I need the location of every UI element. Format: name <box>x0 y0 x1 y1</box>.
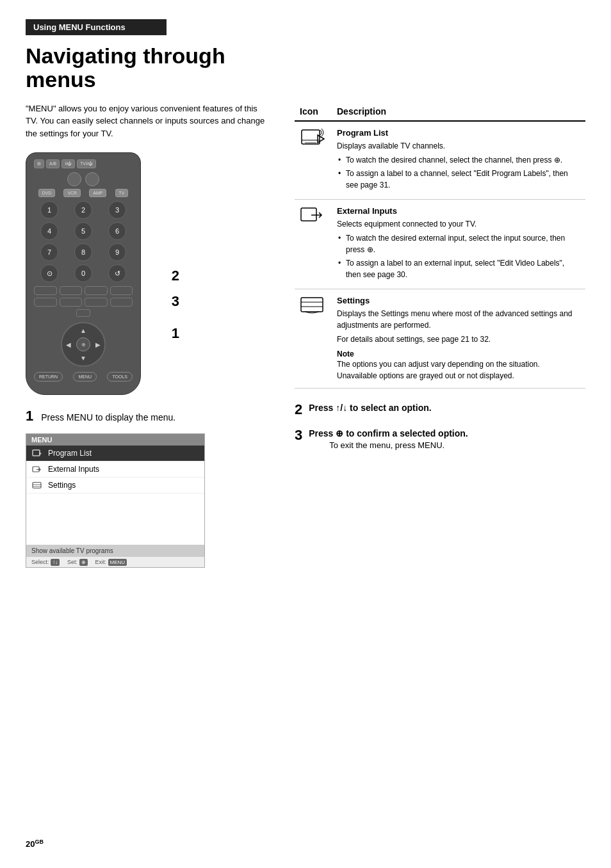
svg-rect-5 <box>302 130 320 144</box>
num-0[interactable]: 0 <box>74 264 92 282</box>
num-4[interactable]: 4 <box>40 222 58 240</box>
vcr-button[interactable]: VCR <box>63 189 81 197</box>
external-inputs-bullet-2: To assign a label to an external input, … <box>337 257 580 280</box>
source-buttons-row: DVD VCR AMP TV <box>34 189 133 197</box>
col-header-description: Description <box>332 102 585 121</box>
step2-block: 2 Press ↑/↓ to select an option. <box>295 401 585 418</box>
select-control: Select: ↑↓ <box>31 559 60 565</box>
external-inputs-menu-icon <box>31 465 43 474</box>
nav-left-arrow: ◀ <box>66 341 71 348</box>
wide-btn-d[interactable] <box>110 286 133 295</box>
intro-paragraph: "MENU" allows you to enjoy various conve… <box>26 102 269 140</box>
step3-number: 3 <box>295 427 302 444</box>
num-7[interactable]: 7 <box>40 243 58 261</box>
icon-description-table: Icon Description <box>295 102 585 389</box>
program-list-icon-cell <box>295 121 332 200</box>
menu-empty-space <box>26 494 204 526</box>
small-icon-btn[interactable] <box>76 309 90 317</box>
set-badge: ⊕ <box>79 559 88 566</box>
program-list-menu-icon <box>31 449 43 458</box>
page-number: 20GB <box>26 839 44 849</box>
set-control: Set: ⊕ <box>67 559 88 565</box>
settings-icon-cell <box>295 289 332 388</box>
num-8[interactable]: 8 <box>74 243 92 261</box>
main-layout: "MENU" allows you to enjoy various conve… <box>26 102 585 568</box>
num-rotate[interactable]: ↺ <box>108 264 126 282</box>
nav-pad[interactable]: ▲ ▼ ◀ ▶ ⊕ <box>61 322 106 367</box>
menu-item-program-list[interactable]: Program List <box>26 446 204 462</box>
wide-btn-c[interactable] <box>85 286 108 295</box>
power-icon: I/⏻ <box>61 159 75 168</box>
num-repeat[interactable]: ⊙ <box>40 264 58 282</box>
settings-desc2: For details about settings, see page 21 … <box>337 334 580 345</box>
nav-center-icon: ⊕ <box>81 342 86 348</box>
number-grid: 1 2 3 4 5 6 7 8 9 ⊙ 0 ↺ <box>34 201 133 282</box>
note-block: Note The options you can adjust vary dep… <box>337 349 580 382</box>
step3-content: Press ⊕ to confirm a selected option. To… <box>309 427 468 450</box>
num-6[interactable]: 6 <box>108 222 126 240</box>
wide-btn-h[interactable] <box>110 298 133 307</box>
note-text: The options you can adjust vary dependin… <box>337 360 540 380</box>
input-icon: ⊞ <box>34 159 44 168</box>
program-list-desc-cell: Program List Displays available TV chann… <box>332 121 585 200</box>
external-inputs-bullet-1: To watch the desired external input, sel… <box>337 232 580 255</box>
left-column: "MENU" allows you to enjoy various conve… <box>26 102 269 568</box>
exit-badge: MENU <box>108 559 127 566</box>
svg-rect-8 <box>301 208 316 221</box>
external-inputs-desc-cell: External Inputs Selects equipment connec… <box>332 199 585 289</box>
program-list-desc: Displays available TV channels. <box>337 140 580 152</box>
page-suffix: GB <box>35 839 44 845</box>
num-9[interactable]: 9 <box>108 243 126 261</box>
remote-top-row: ⊞ A/B I/⏻ TVI/⏻ <box>34 159 133 168</box>
section-header: Using MENU Functions <box>26 19 167 35</box>
bottom-buttons: RETURN MENU TOOLS <box>34 372 133 382</box>
menu-item-settings[interactable]: Settings <box>26 478 204 494</box>
step2-number: 2 <box>295 401 302 418</box>
menu-screenshot: MENU Program List External In <box>26 433 205 568</box>
remote-container: ⊞ A/B I/⏻ TVI/⏻ DVD VCR <box>26 152 141 395</box>
num-3[interactable]: 3 <box>108 201 126 219</box>
svg-rect-2 <box>33 482 41 488</box>
right-column: Icon Description <box>295 102 585 459</box>
step3-sub: To exit the menu, press MENU. <box>329 440 468 450</box>
menu-item-external-inputs[interactable]: External Inputs <box>26 462 204 478</box>
num-5[interactable]: 5 <box>74 222 92 240</box>
step1-instruction: 1 Press MENU to display the menu. <box>26 408 269 424</box>
table-row: Program List Displays available TV chann… <box>295 121 585 200</box>
program-list-icon <box>300 128 327 150</box>
wide-btn-f[interactable] <box>60 298 83 307</box>
nav-center-btn[interactable]: ⊕ <box>76 337 90 351</box>
num-2[interactable]: 2 <box>74 201 92 219</box>
external-inputs-title: External Inputs <box>337 206 580 216</box>
settings-title: Settings <box>337 296 580 305</box>
menu-button[interactable]: MENU <box>73 372 97 382</box>
bottom-steps: 2 Press ↑/↓ to select an option. 3 Press… <box>295 401 585 450</box>
nav-up-arrow: ▲ <box>80 327 86 334</box>
tv-button[interactable]: TV <box>115 189 129 197</box>
external-inputs-icon <box>300 206 327 224</box>
wide-btn-a[interactable] <box>34 286 57 295</box>
ab-icon: A/B <box>46 159 60 168</box>
external-inputs-desc: Selects equipment connected to your TV. <box>337 218 580 230</box>
tools-button[interactable]: TOOLS <box>107 372 133 382</box>
dvd-button[interactable]: DVD <box>38 189 56 197</box>
settings-label: Settings <box>48 481 76 490</box>
wide-btn-e[interactable] <box>34 298 57 307</box>
amp-button[interactable]: AMP <box>89 189 106 197</box>
program-list-bullet-1: To watch the desired channel, select the… <box>337 154 580 166</box>
svg-rect-9 <box>301 298 323 312</box>
wide-btn-g[interactable] <box>85 298 108 307</box>
settings-menu-icon <box>31 481 43 490</box>
table-row: External Inputs Selects equipment connec… <box>295 199 585 289</box>
return-button[interactable]: RETURN <box>34 372 63 382</box>
table-row: Settings Displays the Settings menu wher… <box>295 289 585 388</box>
step2-text: Press ↑/↓ to select an option. <box>309 401 431 415</box>
program-list-label: Program List <box>48 449 92 458</box>
step3-block: 3 Press ⊕ to confirm a selected option. … <box>295 427 585 450</box>
wide-btns-row-1 <box>34 286 133 295</box>
wide-btn-b[interactable] <box>60 286 83 295</box>
external-inputs-label: External Inputs <box>48 465 99 474</box>
step3-text: Press ⊕ to confirm a selected option. <box>309 427 468 440</box>
num-1[interactable]: 1 <box>40 201 58 219</box>
step-label-3: 3 <box>172 293 179 310</box>
